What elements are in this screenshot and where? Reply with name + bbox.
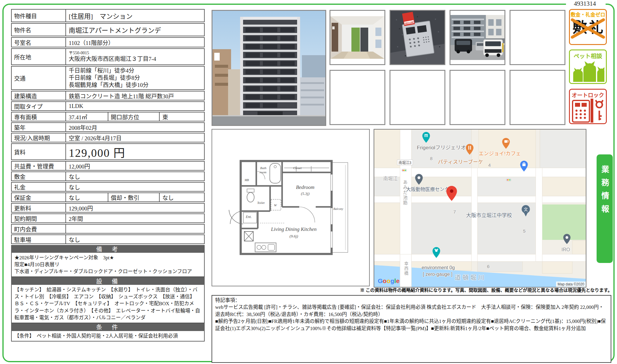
google-letter: o: [383, 277, 387, 284]
property-flyer-page: 4931314 物件種目 [住居用] マンション 物件名 南堀江アパートメントグ…: [0, 0, 617, 364]
row-value: [65, 225, 204, 233]
label-entrance: Ent.: [245, 215, 252, 219]
map-label-7: 7: [453, 209, 456, 214]
business-info-tab: 業務情報: [597, 154, 613, 263]
equipment-box: 【キッチン】 給湯器・システムキッチン 【水廻り】 トイレ・洗面台（独立）・バス…: [11, 285, 205, 323]
access-line: 千日前線「桜川」徒歩4分: [69, 67, 134, 74]
map-pin-restaurant: [466, 144, 474, 155]
map-label-enjoy-cafe: エンジョイ!カフェ: [479, 149, 521, 157]
row-value: 南堀江アパートメントグランデ: [65, 24, 204, 36]
row-value: 37.41㎡: [65, 112, 108, 121]
map-label-zero-gauge: [ zero-gauge ]: [423, 272, 453, 277]
cross-out-icon: [570, 18, 606, 39]
map-pin-frigeriol: [422, 132, 430, 143]
table-row: 契約期間 2年間: [11, 213, 205, 223]
remarks-line: 下水道・ディンプルキー・ダブルロックドア・クローゼット・クッションフロア: [14, 268, 201, 275]
row-value: 129,000円: [65, 204, 204, 212]
floor-plan-drawing: Bath room MB Toilet Closet Bedroom (5.3j…: [212, 130, 369, 286]
photo-intercom: SECOM: [390, 10, 445, 65]
conditions-box: 【条件】 ペット相談・外国人契約可能・2人入居可能・保証会社利用必須: [11, 331, 205, 342]
row-label: 礼金: [12, 183, 65, 191]
postal-code: 〒550-0015: [69, 51, 89, 55]
table-row: 号室名 1102（11階部分）: [11, 37, 205, 47]
google-letter: e: [396, 277, 400, 284]
intercom-photo-illustration: SECOM: [390, 11, 444, 64]
map-pin-iro: [563, 234, 570, 244]
photo-street: [450, 10, 505, 65]
disclaimer-text: ※ この資料は物件の概略紹介資料になります。写真、間取図面、設備、概要などが現況…: [212, 287, 612, 293]
map-pin-school: 文: [521, 205, 530, 217]
row-value: 2008年02月: [65, 123, 204, 131]
remarks-header: 備 考: [11, 245, 205, 253]
table-row: 町内会費: [11, 224, 205, 234]
google-logo: Google: [378, 277, 399, 285]
row-label: 建築構造: [12, 91, 65, 100]
map-label-6: 6: [487, 264, 489, 269]
row-label: 共益費・管理費: [12, 162, 65, 170]
conditions-header: 条 件: [11, 323, 205, 331]
badge-pet-title: ペット相談: [570, 52, 606, 60]
map-label-5: 5: [523, 228, 525, 234]
map-label-minamihorie: 南堀江: [383, 175, 398, 182]
map-label-kouzaibashi: 幸西橋: [403, 261, 409, 276]
table-row: 専有面積 37.41㎡ 開口部方位 東: [11, 112, 205, 121]
map-label-4: 4: [488, 163, 491, 168]
remarks-line: 限定■4月10日表層リ: [14, 261, 201, 268]
photo-empty-3: [390, 70, 445, 125]
row-value: 空室 / 2026年4月17日: [65, 133, 204, 142]
label-balcony: Balcony: [333, 207, 343, 210]
row-value: 2年間: [65, 214, 204, 222]
rent-value: 129,000 円: [65, 144, 204, 160]
street-photo-illustration: [450, 11, 504, 64]
pets-icon: [571, 60, 604, 82]
label-mb: MB: [244, 178, 249, 182]
business-info-label: 業務情報: [599, 165, 610, 263]
label-ldk: Living Dining Kitchen: [271, 226, 317, 232]
table-row: 間取タイプ 1LDK: [11, 101, 205, 111]
notes-paragraph-1: webサービス広告掲載 [許可]・チラシ、雑誌等掲載広告 [要確認]・保証会社：…: [215, 304, 608, 318]
row-label: 築年: [12, 123, 65, 131]
table-row: 保証金 なし 償却・敷引 なし: [11, 192, 205, 202]
map-label-environment: environment 0g: [422, 265, 455, 270]
row-value: [住居用] マンション: [65, 10, 204, 22]
google-letter: o: [387, 277, 390, 284]
equipment-header: 設 備: [11, 277, 205, 285]
map-label-school: 大阪市立堀江中学校: [466, 211, 512, 219]
table-row: 駐車場 なし: [11, 234, 205, 244]
table-row: 礼金 なし: [11, 182, 205, 192]
map-label-frigeriol: Frigeriolフリジェリオ: [417, 143, 466, 151]
floor-plan: Bath room MB Toilet Closet Bedroom (5.3j…: [212, 129, 370, 286]
google-letter: g: [390, 277, 394, 284]
access-line: 千日前線「西長堀」徒歩8分: [69, 74, 140, 82]
row-value: 1102（11階部分）: [65, 38, 204, 47]
map-label-iro: IRO: [561, 247, 570, 252]
row-value: なし: [159, 193, 204, 201]
row-label: 駐車場: [12, 235, 65, 243]
row-label: 敷金: [12, 172, 65, 181]
address: 大阪府大阪市西区南堀江３丁目7-4: [69, 55, 156, 63]
property-table: 物件種目 [住居用] マンション 物件名 南堀江アパートメントグランデ 号室名 …: [11, 9, 205, 342]
hallway-photo-illustration: [330, 11, 384, 64]
badge-pets-negotiable: ペット相談: [569, 49, 607, 84]
row-label: 専有面積: [12, 112, 65, 121]
main-building-photo: [212, 10, 326, 126]
row-value: 12,000円: [65, 162, 204, 170]
table-row: 物件種目 [住居用] マンション: [11, 9, 205, 22]
map-pin-shopping: [520, 161, 528, 172]
map-pin-cafe: [502, 138, 510, 149]
badge-no-deposit-no-key-money: 敷金・礼金ゼロ 敷 礼: [569, 9, 607, 45]
auto-lock-icon: [571, 99, 604, 123]
row-value: なし: [65, 235, 204, 243]
row-label: 交通: [12, 67, 65, 89]
badge-auto-lock: オートロック: [569, 89, 607, 124]
google-letter: G: [378, 277, 383, 284]
notes-paragraph-2: ■解約予告2ヶ月前(日割)■FR適用時1年未満の解約で相当額の短期違約設定有■1…: [215, 318, 608, 332]
location-map: 文 Frigeriolフリジェリオ 8 パティスリーブーケ エンジョイ!カフェ …: [374, 129, 586, 288]
row-label: 物件種目: [12, 10, 65, 22]
badge-zero-kanji: 敷 礼: [570, 18, 606, 35]
map-label-8: 8: [430, 156, 432, 161]
map-label-minamihorie3: 南堀江3: [397, 160, 413, 165]
row-label: 契約期間: [12, 214, 65, 222]
label-toilet: Toilet: [257, 201, 265, 204]
label-bedroom-size: (5.3j): [301, 191, 310, 196]
